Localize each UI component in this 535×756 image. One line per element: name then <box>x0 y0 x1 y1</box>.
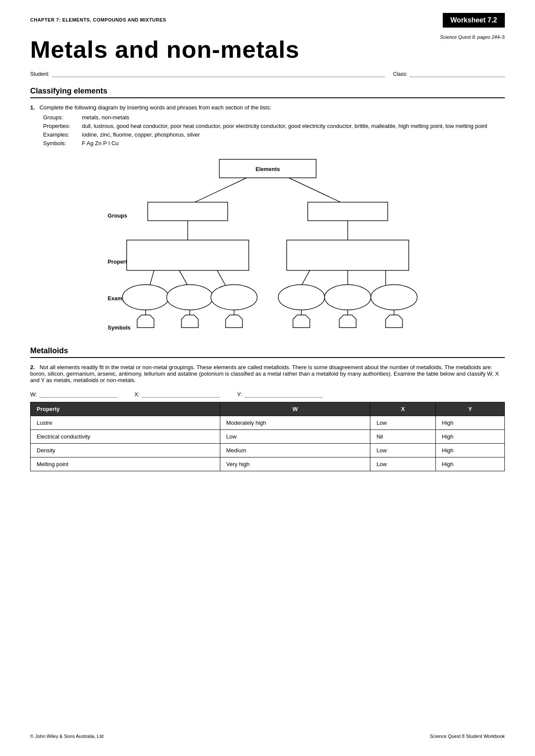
metalloids-section-title: Metalloids <box>30 346 505 358</box>
svg-line-12 <box>150 271 154 286</box>
svg-rect-6 <box>307 202 388 221</box>
w-dots <box>40 392 117 398</box>
q1-lists: Groups: metals, non-metals Properties: d… <box>43 114 505 146</box>
classifying-section-title: Classifying elements <box>30 87 505 98</box>
svg-rect-11 <box>286 240 408 270</box>
svg-text:Elements: Elements <box>255 166 279 172</box>
footer-left: © John Wiley & Sons Australia, Ltd <box>30 734 103 739</box>
properties-table: Property W X Y LustreModerately highLowH… <box>30 402 505 471</box>
chapter-header: CHAPTER 7: Elements, compounds and mixtu… <box>30 17 505 22</box>
y-label: Y: <box>237 391 242 398</box>
properties-label: Properties: <box>43 123 82 129</box>
y-item: Y: <box>237 391 322 398</box>
list-row-groups: Groups: metals, non-metals <box>43 114 505 121</box>
svg-line-3 <box>288 178 347 205</box>
q1-text: Complete the following diagram by insert… <box>40 104 272 111</box>
table-cell-r1-c3: High <box>436 430 505 444</box>
svg-line-14 <box>217 271 225 286</box>
list-row-symbols: Symbols: F Ag Zn P I Cu <box>43 140 505 146</box>
w-label: W: <box>30 391 37 398</box>
svg-line-13 <box>179 271 188 286</box>
svg-marker-26 <box>137 315 154 327</box>
list-row-examples: Examples: iodine, zinc, fluorine, copper… <box>43 131 505 138</box>
svg-marker-35 <box>339 315 356 327</box>
student-input-dots <box>52 71 385 77</box>
worksheet-badge: Worksheet 7.2 <box>443 13 505 28</box>
svg-point-23 <box>324 285 370 310</box>
page: CHAPTER 7: Elements, compounds and mixtu… <box>0 0 535 756</box>
table-row: Melting pointVery highLowHigh <box>31 457 505 471</box>
symbols-content: F Ag Zn P I Cu <box>82 140 505 146</box>
svg-rect-10 <box>126 240 248 270</box>
page-title: Metals and non-metals <box>30 35 505 63</box>
worksheet-subtitle: Science Quest 8: pages 244–5 <box>440 34 505 40</box>
svg-line-15 <box>301 271 310 286</box>
table-cell-r2-c2: Low <box>370 444 436 457</box>
diagram-container: Elements Groups Properties <box>30 155 505 336</box>
q2-number: 2. <box>30 364 35 370</box>
question-1-block: 1. Complete the following diagram by ins… <box>30 104 505 146</box>
table-row: DensityMediumLowHigh <box>31 444 505 457</box>
examples-label: Examples: <box>43 131 82 138</box>
class-input-dots <box>410 71 505 77</box>
w-item: W: <box>30 391 117 398</box>
x-item: X: <box>135 391 220 398</box>
table-row: LustreModerately highLowHigh <box>31 416 505 430</box>
q2-text: Not all elements readily fit in the meta… <box>30 364 499 383</box>
y-dots <box>245 392 322 398</box>
q1-number: 1. <box>30 104 35 111</box>
table-cell-r3-c1: Very high <box>220 457 370 471</box>
svg-point-24 <box>371 285 417 310</box>
svg-point-21 <box>211 285 257 310</box>
table-cell-r3-c0: Melting point <box>31 457 220 471</box>
svg-marker-31 <box>225 315 242 327</box>
table-header-row: Property W X Y <box>31 402 505 416</box>
table-cell-r0-c1: Moderately high <box>220 416 370 430</box>
x-label: X: <box>135 391 140 398</box>
table-cell-r1-c1: Low <box>220 430 370 444</box>
question-2-block: 2. Not all elements readily fit in the m… <box>30 364 505 383</box>
col-header-x: X <box>370 402 436 416</box>
student-label: Student: <box>30 71 50 77</box>
classification-diagram: Elements Groups Properties <box>91 155 444 336</box>
svg-point-19 <box>122 285 169 310</box>
svg-rect-5 <box>147 202 228 221</box>
x-dots <box>142 392 220 398</box>
table-cell-r1-c0: Electrical conductivity <box>31 430 220 444</box>
table-cell-r0-c2: Low <box>370 416 436 430</box>
footer: © John Wiley & Sons Australia, Ltd Scien… <box>30 734 505 739</box>
col-header-property: Property <box>31 402 220 416</box>
list-row-properties: Properties: dull, lustrous, good heat co… <box>43 123 505 129</box>
svg-marker-37 <box>385 315 402 327</box>
table-cell-r2-c3: High <box>436 444 505 457</box>
symbols-label: Symbols: <box>43 140 82 146</box>
student-class-line: Student: Class: <box>30 71 505 77</box>
svg-line-2 <box>188 178 247 205</box>
table-cell-r2-c0: Density <box>31 444 220 457</box>
table-row: Electrical conductivityLowNilHigh <box>31 430 505 444</box>
col-header-w: W <box>220 402 370 416</box>
table-cell-r3-c2: Low <box>370 457 436 471</box>
examples-content: iodine, zinc, fluorine, copper, phosphor… <box>82 131 505 138</box>
table-cell-r1-c2: Nil <box>370 430 436 444</box>
table-cell-r2-c1: Medium <box>220 444 370 457</box>
table-cell-r3-c3: High <box>436 457 505 471</box>
svg-point-20 <box>166 285 213 310</box>
svg-marker-33 <box>293 315 310 327</box>
svg-text:Groups: Groups <box>107 213 127 219</box>
properties-content: dull, lustrous, good heat conductor, poo… <box>82 123 505 129</box>
groups-content: metals, non-metals <box>82 114 505 121</box>
footer-right: Science Quest 8 Student Workbook <box>430 734 505 739</box>
svg-point-22 <box>278 285 324 310</box>
class-label: Class: <box>393 71 407 77</box>
table-cell-r0-c3: High <box>436 416 505 430</box>
table-cell-r0-c0: Lustre <box>31 416 220 430</box>
svg-marker-29 <box>181 315 198 327</box>
groups-label: Groups: <box>43 114 82 121</box>
svg-text:Symbols: Symbols <box>107 325 130 331</box>
wxy-line: W: X: Y: <box>30 391 505 398</box>
col-header-y: Y <box>436 402 505 416</box>
